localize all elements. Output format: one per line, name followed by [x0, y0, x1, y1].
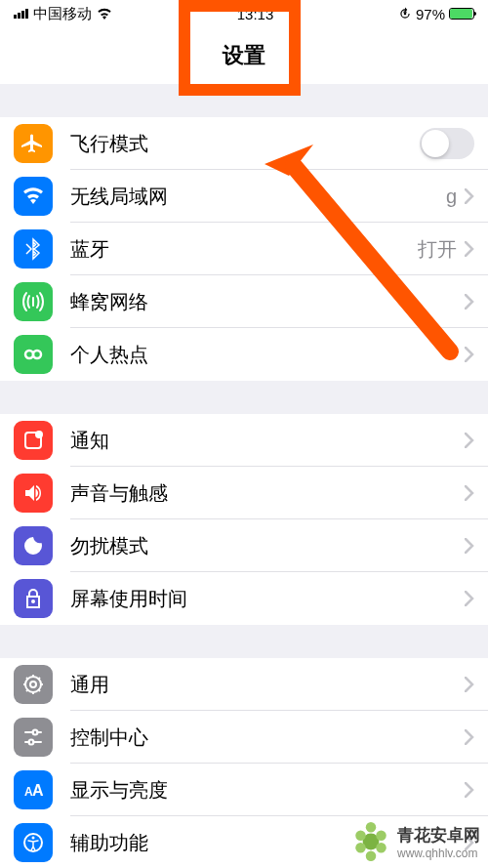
chevron-right-icon	[465, 433, 474, 448]
svg-text:A: A	[32, 782, 44, 799]
row-label: 飞行模式	[70, 131, 420, 157]
row-bluetooth[interactable]: 蓝牙 打开	[0, 223, 488, 275]
row-label: 通用	[70, 672, 465, 698]
chevron-right-icon	[465, 729, 474, 745]
status-left: 中国移动	[14, 5, 112, 23]
row-general[interactable]: 通用	[0, 658, 488, 711]
control-center-icon	[14, 718, 53, 757]
row-value: 打开	[418, 236, 457, 263]
row-screentime[interactable]: 屏幕使用时间	[0, 572, 488, 625]
battery-icon	[449, 8, 474, 20]
svg-point-13	[32, 837, 35, 840]
settings-section-1: 飞行模式 无线局域网 g 蓝牙 打开 蜂窝网络 个人热点	[0, 117, 488, 381]
chevron-right-icon	[465, 485, 474, 501]
row-label: 控制中心	[70, 724, 465, 751]
airplane-toggle[interactable]	[420, 128, 474, 159]
svg-point-18	[376, 830, 386, 841]
general-icon	[14, 665, 53, 704]
row-label: 蜂窝网络	[70, 289, 465, 315]
svg-point-17	[355, 830, 366, 841]
battery-percent: 97%	[416, 6, 445, 22]
chevron-right-icon	[465, 188, 474, 204]
row-dnd[interactable]: 勿扰模式	[0, 519, 488, 572]
row-label: 勿扰模式	[70, 533, 465, 559]
row-hotspot[interactable]: 个人热点	[0, 328, 488, 381]
display-icon: AA	[14, 770, 53, 809]
page-title: 设置	[223, 41, 265, 70]
svg-point-20	[376, 843, 386, 853]
carrier-label: 中国移动	[33, 5, 92, 23]
row-label: 显示与亮度	[70, 777, 465, 804]
row-control[interactable]: 控制中心	[0, 711, 488, 764]
sounds-icon	[14, 474, 53, 513]
svg-point-21	[366, 822, 377, 833]
dnd-icon	[14, 526, 53, 565]
chevron-right-icon	[465, 538, 474, 554]
chevron-right-icon	[465, 241, 474, 257]
svg-point-9	[29, 740, 34, 745]
cellular-icon	[14, 282, 53, 321]
chevron-right-icon	[465, 782, 474, 798]
clock: 13:13	[237, 6, 274, 22]
watermark-url: www.qhhlv.com	[397, 847, 480, 860]
status-right: 97%	[398, 6, 474, 22]
airplane-icon	[14, 124, 53, 163]
nav-bar: 设置	[0, 27, 488, 84]
notifications-icon	[14, 421, 53, 460]
row-label: 无线局域网	[70, 184, 446, 210]
settings-section-2: 通知 声音与触感 勿扰模式 屏幕使用时间	[0, 414, 488, 625]
row-label: 声音与触感	[70, 480, 465, 507]
svg-point-22	[366, 850, 377, 861]
watermark: 青花安卓网 www.qhhlv.com	[350, 821, 480, 862]
watermark-name: 青花安卓网	[397, 824, 480, 847]
status-bar: 中国移动 13:13 97%	[0, 0, 488, 27]
hotspot-icon	[14, 335, 53, 374]
row-value: g	[446, 186, 457, 208]
row-cellular[interactable]: 蜂窝网络	[0, 275, 488, 328]
chevron-right-icon	[465, 591, 474, 606]
rotation-lock-icon	[398, 7, 412, 21]
svg-point-8	[33, 730, 38, 735]
watermark-logo-icon	[350, 821, 391, 862]
row-label: 屏幕使用时间	[70, 586, 465, 612]
wifi-icon	[97, 8, 112, 20]
row-display[interactable]: AA 显示与亮度	[0, 764, 488, 816]
row-label: 通知	[70, 428, 465, 454]
row-label: 蓝牙	[70, 236, 418, 263]
row-label: 个人热点	[70, 342, 465, 368]
row-wifi[interactable]: 无线局域网 g	[0, 170, 488, 223]
chevron-right-icon	[465, 294, 474, 310]
chevron-right-icon	[465, 677, 474, 692]
chevron-right-icon	[465, 347, 474, 362]
bluetooth-icon	[14, 229, 53, 269]
row-sounds[interactable]: 声音与触感	[0, 467, 488, 519]
wifi-settings-icon	[14, 177, 53, 216]
svg-point-7	[30, 682, 36, 687]
screentime-icon	[14, 579, 53, 618]
row-airplane[interactable]: 飞行模式	[0, 117, 488, 170]
svg-point-5	[35, 431, 43, 438]
accessibility-icon	[14, 823, 53, 862]
svg-point-19	[355, 843, 366, 853]
row-notifications[interactable]: 通知	[0, 414, 488, 467]
svg-point-3	[33, 351, 41, 358]
signal-icon	[14, 9, 28, 19]
